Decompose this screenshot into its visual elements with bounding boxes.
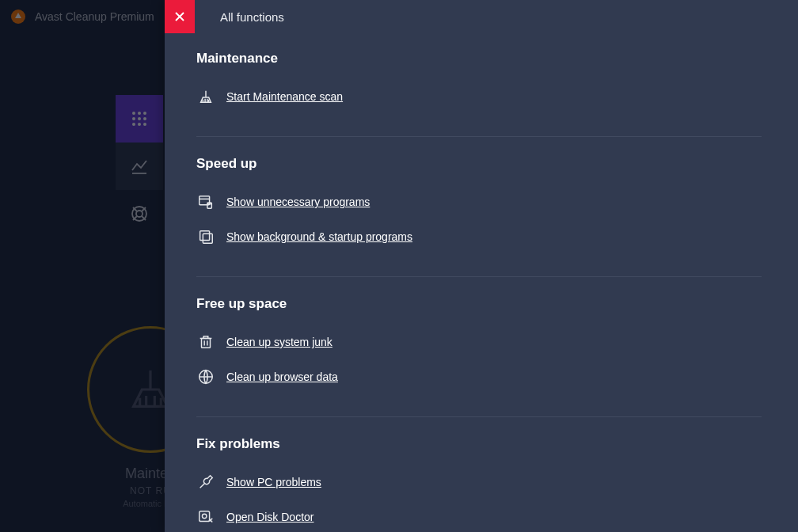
section-heading-speedup: Speed up <box>196 156 762 172</box>
section-heading-free-space: Free up space <box>196 296 762 312</box>
avast-logo-icon <box>10 8 27 25</box>
section-heading-maintenance: Maintenance <box>196 51 762 66</box>
svg-rect-24 <box>202 338 211 348</box>
svg-point-9 <box>143 123 146 126</box>
lifebuoy-icon <box>131 205 148 222</box>
section-maintenance: Maintenance Start Maintenance scan <box>196 51 762 112</box>
panel-body: Maintenance Start Maintenance scan Speed… <box>165 33 798 532</box>
link-browser-data[interactable]: Clean up browser data <box>226 370 338 383</box>
divider <box>196 276 762 277</box>
svg-point-6 <box>143 117 146 120</box>
link-background-programs[interactable]: Show background & startup programs <box>226 230 412 243</box>
svg-point-4 <box>132 117 135 120</box>
sidebar <box>116 95 163 238</box>
link-start-maintenance[interactable]: Start Maintenance scan <box>226 90 343 103</box>
svg-rect-23 <box>203 234 212 243</box>
svg-point-29 <box>202 514 206 519</box>
svg-point-8 <box>138 123 141 126</box>
panel-title: All functions <box>220 10 284 24</box>
divider <box>196 416 762 417</box>
broom-icon <box>196 87 215 106</box>
section-speedup: Speed up Show unnecessary programs Show … <box>196 156 762 253</box>
svg-rect-22 <box>200 231 210 241</box>
globe-icon <box>196 367 215 386</box>
grid-icon <box>131 110 148 127</box>
close-icon <box>174 11 185 22</box>
disk-doctor-icon <box>196 507 215 526</box>
func-background-programs[interactable]: Show background & startup programs <box>196 221 762 253</box>
link-disk-doctor[interactable]: Open Disk Doctor <box>226 511 314 523</box>
window-trash-icon <box>196 192 215 211</box>
link-unnecessary-programs[interactable]: Show unnecessary programs <box>226 196 370 208</box>
divider <box>196 136 762 137</box>
sidebar-item-grid[interactable] <box>116 95 163 142</box>
func-unnecessary-programs[interactable]: Show unnecessary programs <box>196 186 762 218</box>
close-button[interactable] <box>165 0 195 33</box>
svg-point-2 <box>138 112 141 115</box>
svg-rect-18 <box>200 196 210 205</box>
func-pc-problems[interactable]: Show PC problems <box>196 466 762 498</box>
link-system-junk[interactable]: Clean up system junk <box>226 336 332 348</box>
section-free-space: Free up space Clean up system junk Clean… <box>196 296 762 393</box>
panel-header: All functions <box>165 0 798 33</box>
func-disk-doctor[interactable]: Open Disk Doctor <box>196 501 762 532</box>
section-heading-fix: Fix problems <box>196 436 762 452</box>
link-pc-problems[interactable]: Show PC problems <box>226 476 321 488</box>
svg-point-1 <box>132 112 135 115</box>
app-window: Avast Cleanup Premium <box>0 0 798 532</box>
svg-point-5 <box>138 117 141 120</box>
chart-line-icon <box>131 158 148 175</box>
svg-rect-28 <box>200 511 210 522</box>
sidebar-item-help[interactable] <box>116 190 163 238</box>
all-functions-panel: All functions Maintenance Start Maintena… <box>165 0 798 532</box>
svg-point-11 <box>136 211 142 217</box>
stacked-windows-icon <box>196 227 215 246</box>
section-fix: Fix problems Show PC problems Open Disk … <box>196 436 762 532</box>
svg-point-3 <box>143 112 146 115</box>
app-title: Avast Cleanup Premium <box>35 10 154 23</box>
func-start-maintenance[interactable]: Start Maintenance scan <box>196 81 762 112</box>
sidebar-item-stats[interactable] <box>116 142 163 190</box>
svg-point-7 <box>132 123 135 126</box>
func-system-junk[interactable]: Clean up system junk <box>196 326 762 358</box>
trash-icon <box>196 332 215 352</box>
func-browser-data[interactable]: Clean up browser data <box>196 361 762 393</box>
wrench-icon <box>196 473 215 492</box>
